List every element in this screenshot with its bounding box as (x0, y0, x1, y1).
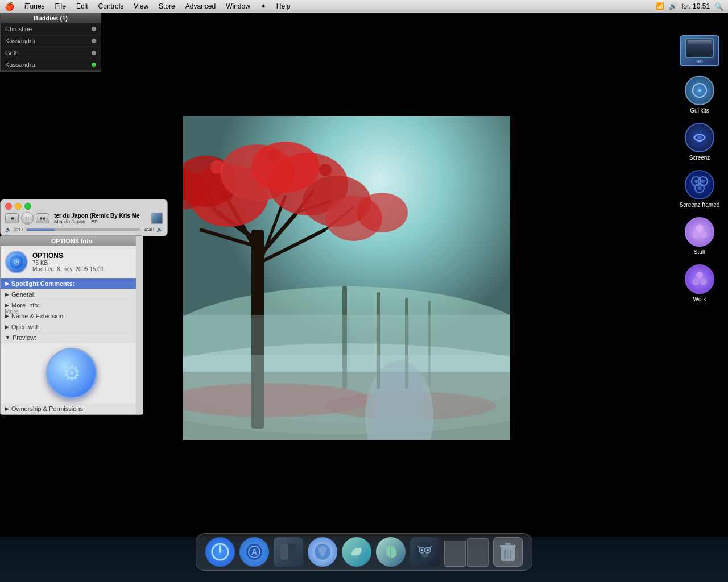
work-label: Work (693, 296, 706, 302)
menu-view[interactable]: View (129, 1, 153, 11)
screenz-svg (690, 128, 709, 147)
svg-rect-39 (183, 355, 510, 440)
twitter-icon (410, 537, 440, 567)
section-ownership[interactable]: ▶ Ownership & Permissions: (1, 404, 143, 414)
buddy-item-2[interactable]: Kassandra (1, 35, 101, 47)
spotlight-icon[interactable]: 🔍 (714, 2, 723, 11)
dock-item-power[interactable] (205, 537, 235, 567)
doc-stack-1 (444, 541, 466, 567)
preview-icon-display: ⚙ (46, 348, 97, 399)
section-open-with[interactable]: ▶ Open with: (1, 322, 143, 332)
dock-item-feather[interactable] (376, 537, 406, 567)
hd-label: HD (696, 59, 703, 64)
buddies-panel: Buddies (1) Chrustine Kassandra Goth Kas… (0, 13, 101, 72)
dock-item-finder[interactable] (274, 537, 303, 567)
sidebar-work[interactable]: Work (671, 260, 728, 307)
desktop: Buddies (1) Chrustine Kassandra Goth Kas… (0, 13, 728, 582)
hd-screen-display (685, 38, 714, 58)
sidebar-screenz[interactable]: Screenz (671, 118, 728, 165)
gear-icon: ⚙ (13, 257, 20, 267)
stuff-icon (685, 217, 714, 247)
svg-rect-63 (288, 544, 296, 560)
wallpaper-svg (183, 116, 510, 440)
buddy-item-1[interactable]: Chrustine (1, 23, 101, 35)
more-label: More (0, 307, 23, 316)
menu-window[interactable]: Window (221, 1, 255, 11)
dock: A (196, 533, 532, 571)
clock-display: lor. 10:51 (682, 2, 710, 10)
svg-point-32 (268, 150, 280, 161)
section-general-arrow: ▶ (5, 292, 9, 297)
note-icon (308, 537, 337, 567)
buddy-status-1 (92, 27, 96, 31)
work-svg (690, 269, 709, 289)
sidebar-gui-kits[interactable]: Gui kits (671, 71, 728, 118)
right-sidebar: HD Gui kits Screenz (671, 25, 728, 307)
volume-up-icon: 🔊 (156, 227, 163, 232)
scrollbar[interactable] (136, 236, 143, 414)
menu-store[interactable]: Store (154, 1, 180, 11)
section-general[interactable]: ▶ General: (1, 289, 143, 300)
wifi-icon: 📶 (656, 2, 664, 10)
svg-point-31 (210, 160, 224, 174)
menu-file[interactable]: File (51, 1, 71, 11)
bird-icon (342, 537, 371, 567)
screenz-framed-label: Screenz framed (680, 202, 720, 208)
trash-icon (493, 537, 523, 567)
menu-advanced[interactable]: Advanced (181, 1, 220, 11)
buddy-status-3 (92, 51, 96, 55)
buddy-item-4[interactable]: Kassandra (1, 59, 101, 71)
dock-item-trash[interactable] (493, 537, 523, 567)
buddy-item-3[interactable]: Goth (1, 47, 101, 59)
browser-btn-icon: A (244, 542, 264, 562)
dock-item-browser[interactable]: A (239, 537, 269, 567)
dock-item-docs[interactable] (444, 538, 489, 567)
itunes-controls: ⏮ ⏸ ⏭ ter du Japon (Remix By Kris Me Mer… (1, 211, 167, 226)
section-arrow-icon: ▶ (5, 281, 9, 286)
doc-stack-2 (467, 538, 489, 567)
dock-item-twitter[interactable] (410, 537, 440, 567)
work-icon (685, 264, 714, 294)
svg-text:A: A (251, 547, 257, 556)
sidebar-screenz-framed[interactable]: Screenz framed (671, 165, 728, 213)
fast-forward-button[interactable]: ⏭ (36, 213, 49, 223)
svg-point-47 (694, 180, 698, 183)
bird-btn-icon (346, 542, 367, 562)
screenz-label: Screenz (689, 155, 710, 161)
section-preview[interactable]: ▼ Preview: (1, 332, 143, 343)
screenz-icon (685, 123, 714, 152)
sidebar-hd-icon[interactable]: HD (671, 31, 728, 71)
progress-fill (26, 228, 55, 231)
track-info: ter du Japon (Remix By Kris Me Mer du Ja… (54, 213, 149, 225)
dock-item-note[interactable] (308, 537, 337, 567)
time-remaining: -4:40 (142, 227, 154, 232)
gui-kits-svg (690, 81, 709, 99)
apple-menu[interactable]: 🍎 (5, 2, 14, 11)
minimize-button[interactable] (15, 203, 22, 210)
wallpaper (183, 116, 510, 440)
close-button[interactable] (5, 203, 12, 210)
menu-controls[interactable]: Controls (94, 1, 129, 11)
itunes-progress-bar: 🔈 0:17 -4:40 🔊 (1, 226, 167, 236)
sidebar-stuff[interactable]: Stuff (671, 213, 728, 260)
svg-point-52 (700, 231, 707, 238)
svg-point-50 (696, 225, 703, 231)
section-open-label: Open with: (11, 323, 42, 330)
dock-item-bird[interactable] (342, 537, 371, 567)
menu-help[interactable]: Help (272, 1, 295, 11)
menu-edit[interactable]: Edit (72, 1, 93, 11)
svg-point-27 (251, 142, 320, 193)
preview-area: ⚙ (1, 343, 143, 404)
section-spotlight[interactable]: ▶ Spotlight Comments: (1, 278, 143, 289)
file-large-icon: ⚙ (5, 251, 28, 273)
file-name: OPTIONS (32, 252, 104, 260)
menu-itunes[interactable]: iTunes (20, 1, 49, 11)
menu-star[interactable]: ✦ (256, 1, 271, 11)
play-pause-button[interactable]: ⏸ (21, 212, 34, 225)
section-preview-label: Preview: (13, 334, 36, 341)
maximize-button[interactable] (24, 203, 31, 210)
track-album: Mer du Japon – EP (54, 219, 149, 225)
finder-icon (274, 537, 303, 567)
rewind-button[interactable]: ⏮ (5, 213, 19, 223)
progress-track[interactable] (26, 228, 140, 231)
